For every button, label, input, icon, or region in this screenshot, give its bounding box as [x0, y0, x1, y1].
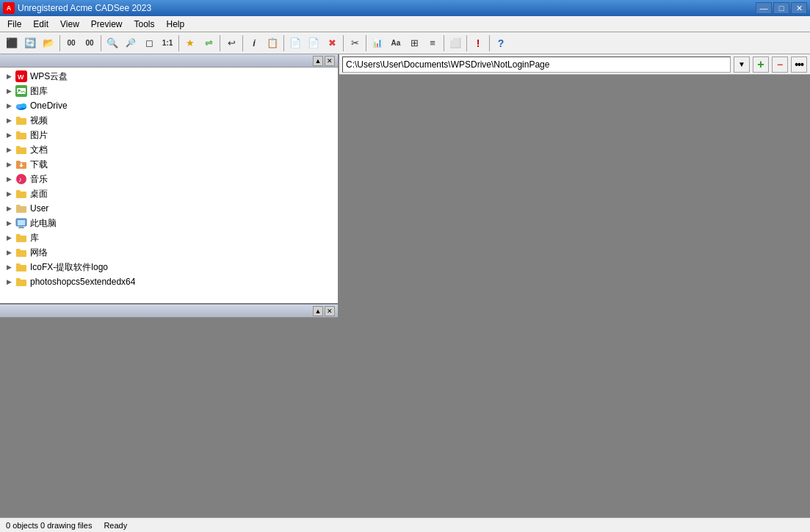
tb-cut[interactable]: ✂ [346, 34, 364, 52]
tb-square[interactable]: ⬜ [446, 34, 464, 52]
tb-00b[interactable]: 00 [81, 34, 98, 52]
menu-preview[interactable]: Preview [85, 18, 129, 31]
tree-item-video[interactable]: ▶ 视频 [0, 113, 338, 128]
expand-user[interactable]: ▶ [3, 203, 15, 214]
minimize-button[interactable]: — [756, 2, 772, 14]
tree-item-docs[interactable]: ▶ 文档 [0, 142, 338, 157]
tree-label-photoshop: photoshopcs5extendedx64 [30, 277, 135, 287]
menu-tools[interactable]: Tools [129, 18, 161, 31]
tb-paste[interactable]: 📄 [305, 34, 322, 52]
tree-item-desktop[interactable]: ▶ 桌面 [0, 186, 338, 201]
address-more-btn[interactable]: ••• [791, 57, 807, 73]
close-button[interactable]: ✕ [791, 2, 807, 14]
tree-item-lib[interactable]: ▶ 库 [0, 230, 338, 245]
menu-file[interactable]: File [1, 18, 27, 31]
tree-label-wps: WPS云盘 [30, 70, 68, 83]
tree-item-photoshop[interactable]: ▶ photoshopcs5extendedx64 [0, 274, 338, 289]
icon-video [15, 114, 28, 127]
icon-wps: W [15, 70, 28, 83]
tree-label-gallery: 图库 [30, 85, 48, 98]
svg-text:W: W [18, 73, 24, 81]
tb-chart[interactable]: 📊 [369, 34, 386, 52]
expand-gallery[interactable]: ▶ [3, 85, 15, 97]
tree-item-wps[interactable]: ▶ W WPS云盘 [0, 69, 338, 84]
tb-zoom-out[interactable]: 🔎 [122, 34, 140, 52]
expand-onedrive[interactable]: ▶ [3, 100, 15, 112]
tb-zoom-11[interactable]: 1:1 [159, 34, 176, 52]
sep-10 [466, 35, 467, 51]
svg-rect-3 [17, 88, 26, 94]
menu-edit[interactable]: Edit [27, 18, 54, 31]
svg-rect-11 [18, 220, 25, 225]
tree-item-pc[interactable]: ▶ 此电脑 [0, 216, 338, 230]
left-panel: ▲ ✕ ▶ W WPS云盘 ▶ [0, 54, 339, 517]
sep-3 [178, 35, 179, 51]
sep-5 [242, 35, 243, 51]
tb-star2[interactable]: ⇌ [200, 34, 217, 52]
icon-network [15, 246, 28, 259]
sep-8 [366, 35, 366, 51]
sep-11 [489, 35, 490, 51]
expand-icofx[interactable]: ▶ [3, 261, 15, 273]
tb-help[interactable]: ? [492, 34, 510, 52]
tb-exclaim[interactable]: ! [469, 34, 487, 52]
maximize-button[interactable]: □ [773, 2, 789, 14]
tree-item-images[interactable]: ▶ 图片 [0, 128, 338, 142]
tree-content[interactable]: ▶ W WPS云盘 ▶ 图库 ▶ [0, 68, 338, 303]
expand-network[interactable]: ▶ [3, 247, 15, 258]
app-icon: A [3, 2, 15, 14]
tree-item-onedrive[interactable]: ▶ OneDrive [0, 98, 338, 113]
expand-photoshop[interactable]: ▶ [3, 276, 15, 288]
tb-zoom-fit[interactable]: ◻ [140, 34, 158, 52]
address-minus-btn[interactable]: − [772, 57, 788, 73]
expand-wps[interactable]: ▶ [3, 70, 15, 82]
tb-clipboard[interactable]: 📋 [264, 34, 281, 52]
tree-pane-close[interactable]: ✕ [325, 56, 335, 66]
tree-pane-minimize[interactable]: ▲ [313, 56, 323, 66]
tree-label-docs: 文档 [30, 144, 48, 156]
menu-view[interactable]: View [54, 18, 85, 31]
icon-lib [15, 231, 28, 244]
expand-pc[interactable]: ▶ [3, 217, 15, 229]
tree-item-downloads[interactable]: ▶ 下载 [0, 157, 338, 172]
tb-list[interactable]: ≡ [424, 34, 441, 52]
tb-star1[interactable]: ★ [181, 34, 199, 52]
tb-copy[interactable]: 📄 [286, 34, 304, 52]
tb-refresh[interactable]: 🔄 [21, 34, 39, 52]
tree-pane: ▲ ✕ ▶ W WPS云盘 ▶ [0, 54, 338, 305]
tb-info[interactable]: i [245, 34, 263, 52]
expand-downloads[interactable]: ▶ [3, 158, 15, 170]
address-dropdown-btn[interactable]: ▼ [734, 57, 750, 73]
tb-new[interactable]: ⬛ [3, 34, 21, 52]
expand-video[interactable]: ▶ [3, 114, 15, 126]
tree-item-icofx[interactable]: ▶ IcoFX-提取软件logo [0, 260, 338, 274]
tb-00a[interactable]: 00 [62, 34, 80, 52]
tb-undo[interactable]: ↩ [223, 34, 240, 52]
tb-zoom-in[interactable]: 🔍 [104, 34, 121, 52]
tree-label-desktop: 桌面 [30, 188, 48, 200]
address-add-btn[interactable]: + [753, 57, 769, 73]
address-input[interactable] [342, 57, 731, 73]
tree-item-user[interactable]: ▶ User [0, 201, 338, 216]
expand-music[interactable]: ▶ [3, 173, 15, 185]
preview-pane-minimize[interactable]: ▲ [313, 306, 323, 316]
tree-label-music: 音乐 [30, 173, 48, 186]
tb-delete[interactable]: ✖ [323, 34, 341, 52]
tb-open[interactable]: 📂 [40, 34, 57, 52]
status-ready: Ready [104, 521, 127, 530]
expand-docs[interactable]: ▶ [3, 144, 15, 156]
tb-text[interactable]: Aa [387, 34, 405, 52]
expand-images[interactable]: ▶ [3, 129, 15, 141]
right-panel: ▼ + − ••• [339, 54, 810, 517]
tree-item-gallery[interactable]: ▶ 图库 [0, 84, 338, 98]
tb-grid[interactable]: ⊞ [405, 34, 423, 52]
preview-pane-close[interactable]: ✕ [325, 306, 335, 316]
expand-desktop[interactable]: ▶ [3, 188, 15, 200]
svg-rect-13 [18, 227, 24, 228]
menu-help[interactable]: Help [161, 18, 191, 31]
svg-text:♪: ♪ [18, 175, 22, 183]
expand-lib[interactable]: ▶ [3, 232, 15, 244]
tree-label-user: User [30, 203, 48, 214]
tree-item-network[interactable]: ▶ 网络 [0, 245, 338, 260]
tree-item-music[interactable]: ▶ ♪ 音乐 [0, 172, 338, 186]
